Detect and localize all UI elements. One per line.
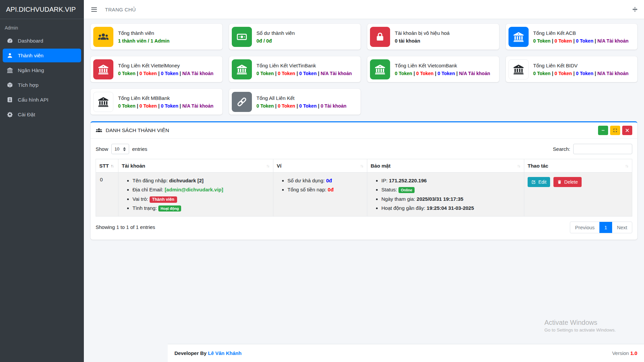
cell-actions: Edit Delete — [524, 173, 632, 217]
fullscreen-icon[interactable] — [632, 6, 638, 12]
token-separator: | — [573, 38, 575, 44]
pagination-page-1[interactable]: 1 — [599, 222, 612, 233]
panel-body: Show 10 entries Search: — [91, 139, 637, 240]
sidebar-item-label: Cài Đặt — [18, 112, 35, 118]
token-value: 0 Token — [278, 71, 295, 76]
search-input[interactable] — [573, 144, 632, 154]
stat-card-title: Số dư thành viên — [257, 30, 295, 36]
token-value: 0 Token — [554, 38, 572, 44]
token-value: 0 Token — [416, 71, 434, 76]
sidebar: API.DICHVUDARK.VIP Admin Dashboard Thành… — [0, 0, 84, 362]
pagination-next[interactable]: Next — [612, 222, 632, 233]
sidebar-item-cai-dat[interactable]: Cài Đặt — [3, 108, 81, 121]
bank-icon — [93, 92, 113, 112]
sort-icon: ↑↓ — [111, 164, 114, 168]
token-value: N/A Tài khoản — [321, 71, 352, 76]
ip-value: 171.252.220.196 — [389, 178, 427, 183]
token-separator: | — [456, 71, 458, 76]
dashboard-icon — [6, 38, 13, 44]
stat-card-value: 0 tài khoản — [395, 38, 449, 44]
stat-card-so-du-thanh-vien: Số dư thành viên 0đ / 0đ — [229, 24, 361, 50]
stat-card-tong-lien-ket-viettelmoney: Tổng Liên Kết ViettelMoney 0 Token|0 Tok… — [91, 56, 222, 82]
sidebar-item-thanh-vien[interactable]: Thành viên — [3, 49, 81, 62]
members-table: STT↑↓ Tài khoản↑↓ Ví↑↓ Bảo mật↑↓ — [96, 159, 632, 217]
status-badge: Hoạt động — [158, 205, 181, 212]
token-separator: | — [552, 38, 553, 44]
edit-icon — [531, 180, 536, 184]
stat-card-title: Tổng Liên Kết VietTinBank — [257, 63, 352, 68]
menu-toggle-icon[interactable] — [90, 5, 98, 14]
column-header-taikhoan[interactable]: Tài khoản↑↓ — [118, 159, 273, 173]
developer-label: Developer By — [174, 350, 207, 356]
token-value: 0 Token — [554, 71, 572, 76]
delete-button[interactable]: Delete — [553, 177, 581, 187]
sidebar-item-dashboard[interactable]: Dashboard — [3, 34, 81, 48]
cell-stt: 0 — [96, 173, 118, 217]
token-value: 0 Token — [533, 71, 551, 76]
content: Tổng thành viên 1 thành viên / 1 Admin S… — [84, 19, 644, 240]
token-separator: | — [573, 71, 575, 76]
main-area: TRANG CHỦ Tổng thành viên 1 thành viên /… — [84, 0, 644, 362]
page-length-select[interactable]: 10 — [111, 144, 129, 154]
page-length-value: 10 — [115, 146, 119, 152]
close-button[interactable] — [622, 126, 632, 135]
token-value: 0 Tài khoản — [321, 103, 346, 109]
sidebar-item-cau-hinh-api[interactable]: Cấu hình API — [3, 93, 81, 107]
edit-button[interactable]: Edit — [528, 177, 550, 187]
sidebar-item-tich-hop[interactable]: Tích hợp — [3, 78, 81, 92]
stat-card-value: 0 Token|0 Token|0 Token|N/A Tài khoản — [118, 103, 213, 109]
stat-card-tong-lien-ket-mbbank: Tổng Liên Kết MBBank 0 Token|0 Token|0 T… — [91, 89, 222, 115]
stat-card-title: Tổng thành viên — [118, 30, 169, 36]
trash-icon — [557, 180, 562, 184]
token-separator: | — [158, 103, 160, 109]
sidebar-item-label: Tích hợp — [18, 82, 39, 88]
bank-icon — [508, 27, 529, 47]
close-icon — [625, 128, 630, 133]
pagination: Previous 1 Next — [570, 222, 632, 233]
stat-card-value: 0 Token|0 Token|0 Token|N/A Tài khoản — [395, 71, 490, 76]
pagination-previous[interactable]: Previous — [570, 222, 599, 233]
sort-icon: ↑↓ — [266, 164, 270, 168]
email-value: [admin@dichvudark.vip] — [165, 187, 223, 192]
column-header-baomat[interactable]: Bảo mật↑↓ — [367, 159, 524, 173]
collapse-button[interactable] — [598, 126, 608, 135]
username-value: dichvudark — [169, 178, 196, 183]
panel-tools — [598, 126, 632, 135]
stat-card-title: Tổng Liên Kết MBBank — [118, 95, 213, 101]
caret-updown-icon — [123, 147, 126, 151]
brand[interactable]: API.DICHVUDARK.VIP — [0, 0, 84, 19]
token-value: 0 Token — [438, 71, 455, 76]
nav-home-link[interactable]: TRANG CHỦ — [105, 7, 136, 12]
joined-value: 2025/03/31 19:17:35 — [417, 196, 463, 202]
token-value: 0 Token — [278, 103, 295, 109]
online-badge: Online — [398, 187, 415, 193]
stat-card-tong-all-lien-ket: Tổng All Liên Kết 0 Token|0 Token|0 Toke… — [229, 89, 361, 115]
stat-card-tong-lien-ket-vietcombank: Tổng Liên Kết VietcomBank 0 Token|0 Toke… — [367, 56, 499, 82]
token-separator: | — [552, 71, 553, 76]
sidebar-section-label: Admin — [0, 19, 84, 33]
stat-card-title: Tổng Liên Kết ViettelMoney — [118, 63, 213, 68]
token-separator: | — [137, 103, 138, 109]
sidebar-item-ngan-hang[interactable]: Ngân Hàng — [3, 63, 81, 77]
table-controls: Show 10 entries Search: — [96, 144, 632, 154]
token-value: 0 Token — [299, 103, 317, 109]
stat-card-title: Tổng Liên Kết BIDV — [533, 63, 629, 68]
stat-card-value: 0 Token|0 Token|0 Token|N/A Tài khoản — [257, 71, 352, 76]
sidebar-menu: Dashboard Thành viên Ngân Hàng Tích hợp … — [3, 34, 81, 121]
topbar: TRANG CHỦ — [84, 0, 644, 19]
deposit-value: 0đ — [328, 187, 334, 192]
column-header-thaotac[interactable]: Thao tác↑↓ — [524, 159, 632, 173]
role-badge: Thành viên — [150, 196, 177, 203]
token-value: N/A Tài khoản — [182, 103, 213, 109]
search-label: Search: — [553, 146, 570, 152]
token-separator: | — [414, 71, 415, 76]
column-header-vi[interactable]: Ví↑↓ — [273, 159, 367, 173]
stat-card-title: Tổng Liên Kết VietcomBank — [395, 63, 490, 68]
stat-card-title: Tổng All Liên Kết — [257, 95, 346, 101]
column-header-stt[interactable]: STT↑↓ — [96, 159, 118, 173]
stat-card-value: 0 Token|0 Token|0 Token|0 Tài khoản — [257, 103, 346, 109]
developer-link[interactable]: Lê Văn Khánh — [208, 350, 241, 356]
token-value: N/A Tài khoản — [459, 71, 490, 76]
stat-card-tong-thanh-vien: Tổng thành viên 1 thành viên / 1 Admin — [91, 24, 222, 50]
expand-button[interactable] — [610, 126, 620, 135]
